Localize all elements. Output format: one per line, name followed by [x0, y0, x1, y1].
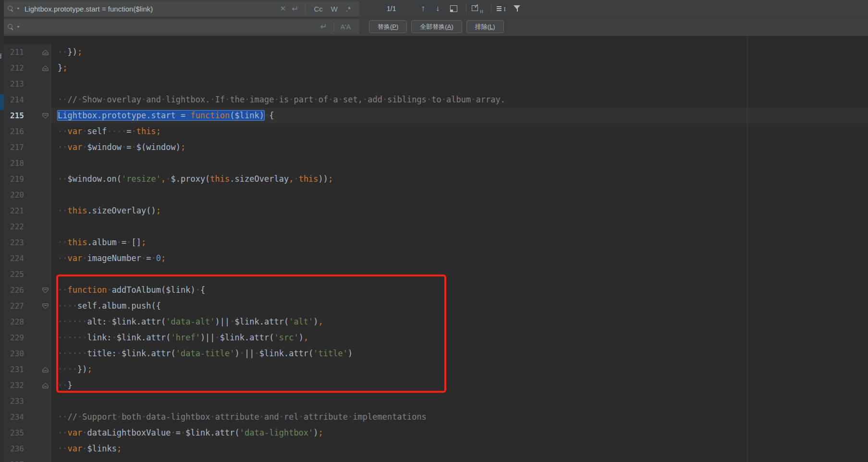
code-text: ··//·Support·both·data-lightbox·attribut…: [51, 409, 868, 425]
code-token: ····: [58, 301, 77, 311]
code-text: [51, 266, 868, 282]
code-line[interactable]: 221··this.sizeOverlay();: [4, 203, 868, 219]
gutter-cell: 211: [4, 44, 51, 60]
fold-marker-icon[interactable]: [42, 50, 49, 55]
code-token: ··: [58, 47, 67, 57]
replace-button-0[interactable]: 替换(P): [369, 20, 407, 33]
fold-marker-icon[interactable]: [42, 65, 49, 71]
gutter-cell: 218: [4, 155, 51, 171]
fold-marker-icon[interactable]: [42, 113, 49, 119]
insert-newline-icon[interactable]: ↵: [320, 22, 327, 32]
code-line[interactable]: 237: [4, 457, 868, 462]
code-token: ·$.proxy(: [166, 174, 210, 184]
code-token: ;: [181, 142, 185, 152]
code-token: link:·$link.attr(: [87, 333, 171, 342]
code-line[interactable]: 234··//·Support·both·data-lightbox·attri…: [4, 409, 868, 425]
code-token: ··: [58, 95, 67, 104]
code-line[interactable]: 232··}: [4, 377, 868, 393]
open-in-find-window-icon[interactable]: [450, 5, 457, 12]
code-token: ,: [318, 317, 323, 326]
code-line[interactable]: 225: [4, 266, 868, 282]
replace-field[interactable]: ↵ A'A: [4, 19, 359, 34]
select-all-occurrences-icon[interactable]: ✓ II: [472, 4, 483, 13]
code-token: function: [190, 111, 230, 120]
code-token: $window.on(: [67, 174, 122, 184]
code-line[interactable]: 227····self.album.push({: [4, 298, 868, 314]
code-text: ··this.album·=·[];: [51, 235, 868, 250]
fold-marker-icon[interactable]: [42, 383, 49, 388]
code-line[interactable]: 235··var·dataLightboxValue·=·$link.attr(…: [4, 425, 868, 441]
fold-marker-icon[interactable]: [42, 303, 49, 309]
code-line[interactable]: 233: [4, 393, 868, 409]
code-line[interactable]: 222: [4, 219, 868, 235]
code-line[interactable]: 212};: [4, 60, 868, 76]
code-token: var: [67, 444, 82, 453]
code-token: ): [348, 349, 353, 358]
code-line[interactable]: 217··var·$window·=·$(window);: [4, 139, 868, 155]
gutter-cell: 214: [4, 92, 51, 108]
replace-button-2[interactable]: 排除(L): [466, 20, 504, 33]
code-token: ,: [304, 333, 308, 342]
code-text: ··$window.on('resize',·$.proxy(this.size…: [51, 171, 868, 187]
code-token: ): [313, 428, 318, 437]
code-line[interactable]: 213: [4, 76, 868, 92]
whole-words-toggle[interactable]: W: [331, 5, 338, 13]
code-line[interactable]: 220: [4, 187, 868, 203]
fold-cell: [24, 113, 49, 119]
line-number: 218: [4, 159, 24, 168]
gutter-cell: 228: [4, 314, 51, 330]
code-token: title:·$link.attr(: [87, 349, 175, 358]
code-line[interactable]: 226··function·addToAlbum($link)·{: [4, 282, 868, 298]
fold-marker-icon[interactable]: [42, 287, 49, 293]
fold-cell: [24, 50, 49, 55]
code-token: ·{: [264, 111, 274, 120]
code-line[interactable]: 228······alt:·$link.attr('data-alt')||·$…: [4, 314, 868, 330]
code-token: Lightbox.prototype.start·=·: [58, 111, 190, 120]
code-token: this: [136, 126, 156, 136]
next-occurrence-button[interactable]: ↓: [436, 4, 440, 13]
code-line[interactable]: 218: [4, 155, 868, 171]
code-line[interactable]: 214··//·Show·overlay·and·lightbox.·If·th…: [4, 92, 868, 108]
code-line[interactable]: 211··});: [4, 44, 868, 60]
code-line[interactable]: 216··var·self····=·this;: [4, 124, 868, 139]
match-case-toggle[interactable]: Cc: [314, 5, 322, 13]
filter-search-results-icon[interactable]: I: [497, 6, 507, 12]
code-line[interactable]: 219··$window.on('resize',·$.proxy(this.s…: [4, 171, 868, 187]
lines-shape: [497, 6, 501, 7]
code-line[interactable]: 215Lightbox.prototype.start·=·function($…: [4, 108, 868, 124]
replace-button-1[interactable]: 全部替换(A): [411, 20, 462, 33]
code-text: [51, 457, 868, 462]
code-token: }: [67, 380, 72, 390]
regex-toggle[interactable]: .*: [346, 5, 351, 13]
code-line[interactable]: 224··var·imageNumber·=·0;: [4, 250, 868, 266]
code-token: .album·=·[]: [87, 237, 141, 247]
code-line[interactable]: 229······link:·$link.attr('href')||·$lin…: [4, 330, 868, 346]
code-line[interactable]: 236··var·$links;: [4, 441, 868, 457]
line-number: 235: [4, 428, 24, 437]
check-sub-glyph: II: [480, 9, 483, 14]
preserve-case-toggle[interactable]: A'A: [341, 23, 351, 31]
code-line[interactable]: 230······title:·$link.attr('data-title')…: [4, 346, 868, 362]
clear-search-icon[interactable]: ✕: [280, 4, 286, 13]
code-line[interactable]: 223··this.album·=·[];: [4, 235, 868, 250]
search-query-text[interactable]: Lightbox.prototype.start = function($lin…: [24, 5, 274, 13]
search-field[interactable]: Lightbox.prototype.start = function($lin…: [4, 1, 359, 16]
gutter-cell: 219: [4, 171, 51, 187]
code-text: ··var·imageNumber·=·0;: [51, 250, 868, 266]
search-history-caret-icon[interactable]: [17, 8, 20, 10]
fold-marker-icon[interactable]: [42, 367, 49, 373]
insert-newline-icon[interactable]: ↵: [292, 4, 298, 14]
search-filter-funnel-icon[interactable]: [513, 5, 521, 12]
code-token: )·||·$link.attr(: [235, 349, 314, 358]
code-text: };: [51, 60, 868, 76]
code-editor[interactable]: 211··});212};213214··//·Show·overlay·and…: [0, 37, 868, 462]
previous-occurrence-button[interactable]: ↑: [421, 4, 425, 13]
replace-history-caret-icon[interactable]: [17, 26, 20, 28]
code-token: 'data-alt': [166, 317, 215, 326]
code-token: ;: [77, 47, 82, 57]
code-line[interactable]: 231····});: [4, 362, 868, 377]
code-token: ······: [58, 333, 87, 342]
code-text: [51, 187, 868, 203]
code-token: this: [67, 206, 87, 215]
code-token: ;: [328, 174, 333, 184]
